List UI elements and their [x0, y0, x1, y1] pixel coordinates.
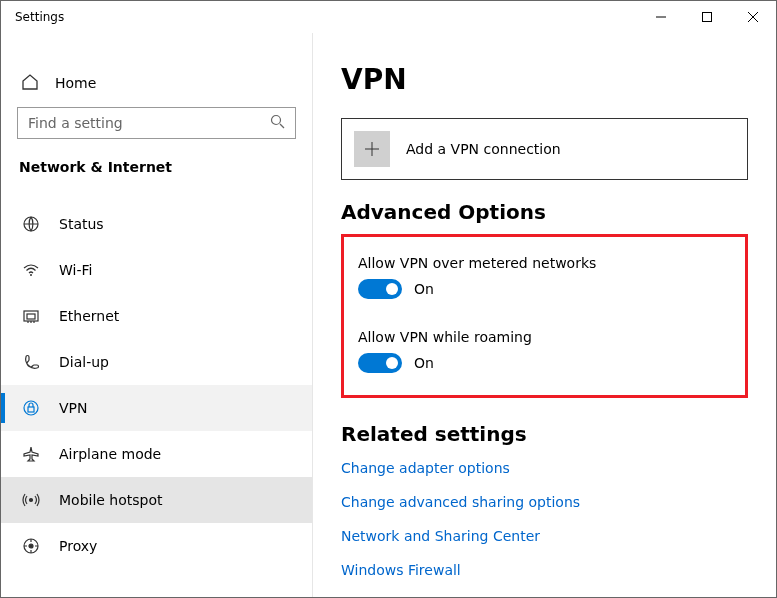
option-label: Allow VPN while roaming: [358, 329, 731, 345]
status-icon: [21, 215, 41, 233]
svg-point-15: [30, 499, 33, 502]
sidebar-item-dialup[interactable]: Dial-up: [1, 339, 312, 385]
sidebar-item-status[interactable]: Status: [1, 201, 312, 247]
page-title: VPN: [341, 63, 748, 96]
advanced-options-title: Advanced Options: [341, 200, 748, 224]
sidebar-item-label: Ethernet: [59, 308, 119, 324]
svg-point-7: [30, 274, 32, 276]
svg-rect-14: [28, 407, 34, 412]
nav-list: Status Wi-Fi Ethernet Dial-up: [1, 201, 312, 569]
hotspot-icon: [21, 491, 41, 509]
plus-icon: [354, 131, 390, 167]
sidebar-item-label: Wi-Fi: [59, 262, 92, 278]
add-vpn-button[interactable]: Add a VPN connection: [341, 118, 748, 180]
sidebar-item-wifi[interactable]: Wi-Fi: [1, 247, 312, 293]
svg-rect-1: [703, 13, 712, 22]
sidebar-item-label: Mobile hotspot: [59, 492, 163, 508]
sidebar-item-label: Airplane mode: [59, 446, 161, 462]
sidebar-item-airplane[interactable]: Airplane mode: [1, 431, 312, 477]
category-header: Network & Internet: [1, 139, 312, 185]
wifi-icon: [21, 261, 41, 279]
close-button[interactable]: [730, 1, 776, 33]
minimize-icon: [656, 12, 666, 22]
window-title: Settings: [15, 10, 638, 24]
add-vpn-label: Add a VPN connection: [406, 141, 561, 157]
maximize-button[interactable]: [684, 1, 730, 33]
option-metered: Allow VPN over metered networks On: [358, 255, 731, 299]
sidebar-item-label: Status: [59, 216, 104, 232]
sidebar-item-vpn[interactable]: VPN: [1, 385, 312, 431]
toggle-roaming[interactable]: [358, 353, 402, 373]
toggle-state: On: [414, 355, 434, 371]
airplane-icon: [21, 445, 41, 463]
link-windows-firewall[interactable]: Windows Firewall: [341, 562, 748, 578]
svg-point-4: [272, 116, 281, 125]
link-adapter-options[interactable]: Change adapter options: [341, 460, 748, 476]
toggle-metered[interactable]: [358, 279, 402, 299]
option-roaming: Allow VPN while roaming On: [358, 329, 731, 373]
link-network-center[interactable]: Network and Sharing Center: [341, 528, 748, 544]
dialup-icon: [21, 353, 41, 371]
sidebar-item-proxy[interactable]: Proxy: [1, 523, 312, 569]
svg-point-17: [29, 544, 33, 548]
home-label: Home: [55, 75, 96, 91]
window-controls: [638, 1, 776, 33]
main-pane: VPN Add a VPN connection Advanced Option…: [313, 33, 776, 597]
search-icon: [270, 114, 285, 132]
minimize-button[interactable]: [638, 1, 684, 33]
related-settings: Related settings Change adapter options …: [341, 422, 748, 578]
related-title: Related settings: [341, 422, 748, 446]
sidebar-item-label: Dial-up: [59, 354, 109, 370]
sidebar-item-ethernet[interactable]: Ethernet: [1, 293, 312, 339]
svg-line-5: [280, 124, 284, 128]
link-sharing-options[interactable]: Change advanced sharing options: [341, 494, 748, 510]
titlebar: Settings: [1, 1, 776, 33]
sidebar-item-label: VPN: [59, 400, 88, 416]
svg-rect-9: [27, 314, 35, 319]
close-icon: [748, 12, 758, 22]
proxy-icon: [21, 537, 41, 555]
home-nav[interactable]: Home: [1, 63, 312, 103]
sidebar-item-hotspot[interactable]: Mobile hotspot: [1, 477, 312, 523]
search-box[interactable]: [17, 107, 296, 139]
home-icon: [21, 73, 39, 94]
highlight-box: Allow VPN over metered networks On Allow…: [341, 234, 748, 398]
search-input[interactable]: [28, 115, 270, 131]
sidebar-item-label: Proxy: [59, 538, 97, 554]
maximize-icon: [702, 12, 712, 22]
vpn-icon: [21, 399, 41, 417]
option-label: Allow VPN over metered networks: [358, 255, 731, 271]
sidebar: Home Network & Internet Status: [1, 33, 313, 597]
toggle-state: On: [414, 281, 434, 297]
ethernet-icon: [21, 307, 41, 325]
